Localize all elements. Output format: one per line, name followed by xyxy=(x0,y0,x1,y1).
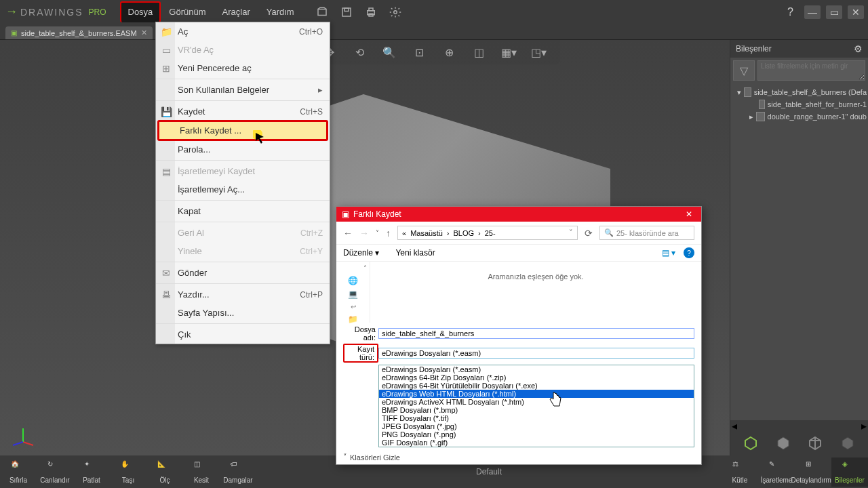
stamps-button[interactable]: 🏷Damgalar xyxy=(220,458,256,487)
menu-openmarkup[interactable]: İşaretlemeyi Aç... xyxy=(156,180,330,199)
filetype-select[interactable]: eDrawings Dosyaları (*.easm) xyxy=(378,348,694,359)
option-jpg[interactable]: JPEG Dosyaları (*.jpg) xyxy=(379,422,694,430)
minimize-button[interactable]: — xyxy=(804,5,821,19)
explode-button[interactable]: ✦Patlat xyxy=(73,458,110,487)
print-icon[interactable] xyxy=(365,6,377,18)
menu-open[interactable]: 📁AçCtrl+O xyxy=(156,22,330,41)
filter-icon[interactable]: ▽ xyxy=(733,60,755,81)
measure-button[interactable]: 📐Ölç xyxy=(146,458,183,487)
menu-saveas[interactable]: Farklı Kaydet ... xyxy=(157,120,328,141)
menu-help[interactable]: Yardım xyxy=(258,1,302,22)
menu-file[interactable]: Dosya xyxy=(120,1,161,22)
dialog-close-button[interactable]: ✕ xyxy=(682,209,696,219)
tree-root[interactable]: ▾side_table_shelf_&_burners (Defa xyxy=(732,86,867,98)
chevron-down-icon[interactable]: ˅ xyxy=(363,328,367,336)
view-mode-3-icon[interactable] xyxy=(807,435,823,451)
expand-icon[interactable]: ˅ xyxy=(343,453,347,462)
path-breadcrumb[interactable]: « Masaüstü› BLOG› 25- ˅ xyxy=(397,226,578,240)
help-icon[interactable]: ? xyxy=(787,6,793,18)
menu-tools[interactable]: Araçlar xyxy=(214,1,258,22)
section-button[interactable]: ◫Kesit xyxy=(183,458,220,487)
zoom-icon[interactable]: 🔍 xyxy=(381,44,397,60)
view-options-icon[interactable]: ▤ ▾ xyxy=(662,248,675,258)
newfolder-button[interactable]: Yeni klasör xyxy=(395,248,435,258)
menu-view[interactable]: Görünüm xyxy=(161,1,214,22)
components-button[interactable]: ◈Bileşenler xyxy=(831,458,868,487)
menu-recent[interactable]: Son Kullanılan Belgeler▸ xyxy=(156,81,330,99)
menu-print[interactable]: 🖶Yazdır...Ctrl+P xyxy=(156,285,330,304)
display-icon[interactable]: ▦▾ xyxy=(500,44,517,60)
zoomfit-icon[interactable]: ⊕ xyxy=(441,44,457,60)
nav-up-icon[interactable]: ↑ xyxy=(386,228,391,239)
disk-icon: 💾 xyxy=(160,106,172,118)
maximize-button[interactable]: ▭ xyxy=(826,5,842,19)
rotate-icon[interactable]: ⟲ xyxy=(351,44,368,60)
chevron-up-icon[interactable]: ˄ xyxy=(363,264,367,272)
mass-button[interactable]: ⚖Kütle xyxy=(722,458,758,487)
hidefolders-button[interactable]: Klasörleri Gizle xyxy=(350,453,400,462)
zoomwin-icon[interactable]: ⊡ xyxy=(411,44,427,60)
component-tree[interactable]: ▾side_table_shelf_&_burners (Defa side_t… xyxy=(730,83,868,420)
nav-back-icon[interactable]: ← xyxy=(343,228,353,239)
svg-rect-1 xyxy=(344,8,349,12)
option-html[interactable]: eDrawings Web HTML Dosyaları (*.html) xyxy=(379,390,694,398)
organize-button[interactable]: Düzenle ▾ xyxy=(343,248,379,258)
window-controls: ? — ▭ ✕ xyxy=(787,5,868,19)
menu-newwindow[interactable]: ⊞Yeni Pencerede aç xyxy=(156,59,330,77)
menu-exit[interactable]: Çık xyxy=(156,325,330,344)
filter-input[interactable] xyxy=(757,60,865,81)
menu-pagesetup[interactable]: Sayfa Yapısı... xyxy=(156,304,330,322)
location-icon[interactable]: 🌐 xyxy=(348,276,358,285)
detail-button[interactable]: ⊞Detaylandırma xyxy=(795,458,831,487)
hscrollbar[interactable]: ◂▸ xyxy=(730,420,868,431)
tab-close-icon[interactable]: ✕ xyxy=(141,28,147,37)
menu-password[interactable]: Parola... xyxy=(156,140,330,159)
option-easm[interactable]: eDrawings Dosyaları (*.easm) xyxy=(379,365,694,373)
view-icon[interactable]: ◳▾ xyxy=(530,44,547,60)
app-name: DRAWINGS xyxy=(20,7,83,18)
animate-button[interactable]: ↻Canlandır xyxy=(37,458,73,487)
view-mode-2-icon[interactable] xyxy=(775,435,791,451)
nav-down-icon[interactable]: ˅ xyxy=(376,229,379,237)
dialog-sidebar[interactable]: ˄ 🌐 💻 ↩ 📁 ˅ xyxy=(336,262,370,323)
refresh-icon[interactable]: ⟳ xyxy=(585,228,593,239)
filename-input[interactable] xyxy=(378,328,694,339)
rotate-icon: ↻ xyxy=(47,460,62,475)
option-bmp[interactable]: BMP Dosyaları (*.bmp) xyxy=(379,406,694,414)
dialog-titlebar[interactable]: ▣ Farklı Kaydet ✕ xyxy=(336,207,701,222)
location-icon-2[interactable]: 💻 xyxy=(348,289,358,299)
view-mode-1-icon[interactable] xyxy=(743,435,759,451)
option-png[interactable]: PNG Dosyaları (*.png) xyxy=(379,430,694,439)
save-icon[interactable] xyxy=(340,6,353,18)
perspective-icon[interactable]: ◫ xyxy=(471,44,487,60)
document-tab[interactable]: ▣ side_table_shelf_&_burners.EASM ✕ xyxy=(5,26,153,39)
filter-row: ▽ xyxy=(730,58,868,83)
location-icon-3[interactable]: ↩ xyxy=(351,303,356,310)
panel-gear-icon[interactable]: ⚙ xyxy=(854,43,863,54)
reset-button[interactable]: 🏠Sıfırla xyxy=(0,458,37,487)
tree-item[interactable]: side_table_shelf_for_burner-1 xyxy=(732,98,867,110)
window-icon: ⊞ xyxy=(160,62,172,75)
option-exe[interactable]: eDrawings 64-Bit Yürütülebilir Dosyaları… xyxy=(379,382,694,390)
option-tif[interactable]: TIFF Dosyaları (*.tif) xyxy=(379,414,694,422)
markup-button[interactable]: ✎İşaretleme xyxy=(758,458,795,487)
stamp-icon: 🏷 xyxy=(231,460,245,475)
search-input[interactable]: 🔍 25- klasöründe ara xyxy=(599,226,694,240)
option-htm[interactable]: eDrawings ActiveX HTML Dosyaları (*.htm) xyxy=(379,398,694,406)
folder-icon[interactable]: 📁 xyxy=(348,314,358,324)
gear-icon[interactable] xyxy=(389,6,401,18)
close-button[interactable]: ✕ xyxy=(848,5,864,19)
menu-save[interactable]: 💾KaydetCtrl+S xyxy=(156,102,330,121)
detail-icon: ⊞ xyxy=(806,460,821,475)
view-mode-4-icon[interactable] xyxy=(840,435,856,451)
move-button[interactable]: ✋Taşı xyxy=(110,458,146,487)
help-icon[interactable]: ? xyxy=(684,247,694,258)
menu-send[interactable]: ✉Gönder xyxy=(156,264,330,282)
open-icon[interactable] xyxy=(316,6,328,18)
option-zip[interactable]: eDrawings 64-Bit Zip Dosyaları (*.zip) xyxy=(379,373,694,382)
nav-fwd-icon[interactable]: → xyxy=(359,228,369,239)
svg-point-5 xyxy=(393,10,397,14)
tree-item[interactable]: ▸double_range_burner-1" doub xyxy=(732,110,867,123)
option-gif[interactable]: GIF Dosyaları (*.gif) xyxy=(379,439,694,447)
menu-close[interactable]: Kapat xyxy=(156,202,330,220)
